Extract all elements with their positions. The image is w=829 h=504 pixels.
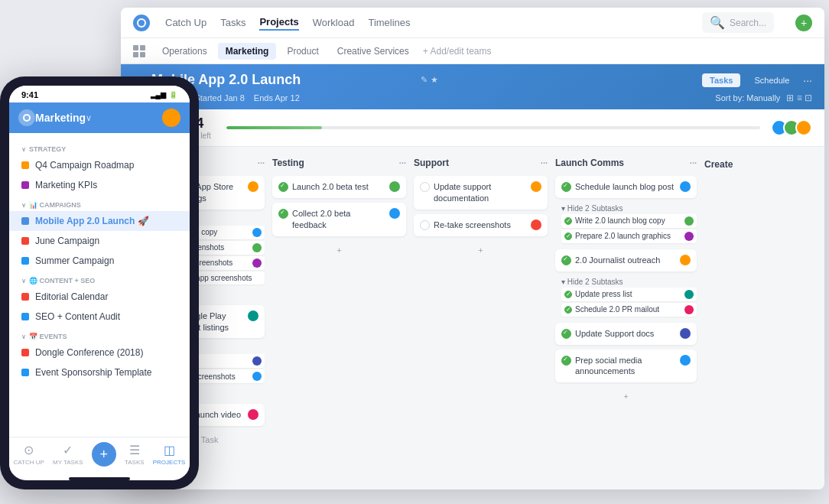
bottom-nav-my-tasks[interactable]: ✓ MY TASKS: [53, 443, 83, 466]
subtask-avatar: [684, 290, 694, 299]
app-logo: [133, 15, 150, 31]
create-column-label[interactable]: Create: [704, 159, 733, 170]
column-options-launch-comms[interactable]: ···: [690, 158, 697, 167]
task-checkbox[interactable]: [278, 182, 288, 192]
nav-timelines[interactable]: Timelines: [368, 15, 410, 30]
nav-projects[interactable]: Projects: [259, 15, 298, 31]
item-color-dot: [21, 181, 29, 189]
subtask-text: Update press list: [575, 290, 632, 298]
sidebar-item-label: Marketing KPIs: [35, 180, 97, 190]
sidebar-item-event-sponsorship[interactable]: Event Sponsorship Template: [9, 363, 190, 382]
bottom-nav-catch-up[interactable]: ⊙ CATCH UP: [14, 443, 44, 466]
task-checkbox[interactable]: [561, 255, 571, 265]
sidebar-item-seo[interactable]: SEO + Content Audit: [9, 307, 190, 327]
item-color-dot: [21, 349, 29, 356]
my-tasks-icon: ✓: [63, 443, 73, 457]
phone-bottom-nav: ⊙ CATCH UP ✓ MY TASKS + ☰ TASKS ◫ PROJEC…: [9, 437, 190, 474]
subtask-avatar: [684, 232, 694, 241]
subtask-text: Prepare 2.0 launch graphics: [575, 232, 671, 240]
task-card[interactable]: Update support documentation: [414, 176, 548, 210]
subtask-item[interactable]: Update press list: [561, 288, 697, 301]
task-avatar: [531, 181, 541, 192]
task-checkbox[interactable]: [420, 220, 430, 230]
sidebar-item-editorial[interactable]: Editorial Calendar: [9, 287, 190, 307]
add-task-button-support[interactable]: +: [414, 241, 548, 259]
task-text: Update support documentation: [434, 181, 527, 204]
bottom-nav-add-button[interactable]: +: [92, 442, 116, 467]
add-task-button-testing[interactable]: +: [272, 241, 406, 259]
task-checkbox[interactable]: [561, 329, 571, 339]
task-avatar: [389, 208, 400, 219]
subtask-toggle[interactable]: ▾ Hide 2 Subtasks: [561, 276, 697, 288]
task-card[interactable]: 2.0 Journalist outreach: [555, 249, 697, 272]
tasks-button[interactable]: Tasks: [702, 73, 740, 87]
subtask-avatar: [684, 305, 694, 314]
task-card[interactable]: Collect 2.0 beta feedback: [272, 203, 406, 236]
sidebar-item-mobile-app[interactable]: Mobile App 2.0 Launch 🚀: [9, 211, 190, 231]
nav-catch-up[interactable]: Catch Up: [165, 15, 206, 30]
task-avatar: [248, 409, 258, 420]
column-options-content[interactable]: ···: [258, 158, 265, 167]
star-icon[interactable]: ★: [431, 75, 438, 85]
subtask-item[interactable]: Schedule 2.0 PR mailout: [561, 303, 697, 317]
subtask-item[interactable]: Prepare 2.0 launch graphics: [561, 229, 697, 243]
wifi-icon: ▂▄▆: [151, 91, 166, 99]
sidebar-item-june-campaign[interactable]: June Campaign: [9, 231, 190, 251]
section-label: 🌐 CONTENT + SEO: [29, 277, 95, 285]
add-edit-teams[interactable]: + Add/edit teams: [423, 46, 492, 57]
phone-status-icons: ▂▄▆ 🔋: [151, 91, 177, 99]
phone-user-avatar: [162, 109, 180, 127]
subtask-toggle[interactable]: ▾ Hide 2 Subtasks: [561, 203, 697, 214]
task-card[interactable]: Update Support docs: [555, 323, 697, 345]
sidebar-item-marketing-kpis[interactable]: Marketing KPIs: [9, 175, 190, 195]
nav-workload[interactable]: Workload: [313, 15, 355, 30]
nav-items: Catch Up Tasks Projects Workload Timelin…: [165, 15, 687, 31]
column-header-testing: Testing ···: [272, 156, 406, 171]
sidebar-item-q4-campaign[interactable]: Q4 Campaign Roadmap: [9, 155, 190, 175]
start-date: Started Jan 8: [194, 93, 244, 102]
sidebar-section-content-seo: ∨ 🌐 CONTENT + SEO: [9, 271, 190, 287]
chevron-icon: ∨: [21, 333, 26, 340]
bottom-nav-projects[interactable]: ◫ PROJECTS: [153, 443, 186, 466]
nav-tasks[interactable]: Tasks: [220, 15, 245, 30]
subtask-item[interactable]: Write 2.0 launch blog copy: [561, 214, 697, 228]
item-color-dot: [21, 237, 29, 245]
tab-creative-services[interactable]: Creative Services: [330, 43, 417, 60]
task-card[interactable]: Schedule launch blog post: [555, 176, 697, 198]
sidebar-item-label: Summer Campaign: [35, 255, 114, 266]
schedule-button[interactable]: Schedule: [746, 73, 797, 87]
subtask-avatar: [252, 372, 262, 381]
edit-icon[interactable]: ✎: [421, 75, 428, 85]
task-card[interactable]: Prep social media announcements: [555, 350, 697, 383]
task-text: Update Support docs: [575, 328, 676, 340]
column-options-support[interactable]: ···: [541, 158, 548, 167]
phone-status-bar: 9:41 ▂▄▆ 🔋: [9, 86, 190, 102]
sidebar-item-summer-campaign[interactable]: Summer Campaign: [9, 251, 190, 271]
projects-icon: ◫: [164, 443, 175, 457]
tab-operations[interactable]: Operations: [154, 43, 215, 60]
sidebar-item-dongle-conf[interactable]: Dongle Conference (2018): [9, 343, 190, 363]
task-avatar: [248, 181, 258, 192]
column-options-testing[interactable]: ···: [399, 158, 406, 167]
sort-button[interactable]: Sort by: Manually: [715, 93, 780, 102]
more-button[interactable]: ···: [803, 74, 812, 86]
phone-sidebar: ∨ STRATEGY Q4 Campaign Roadmap Marketing…: [9, 133, 190, 437]
top-nav: Catch Up Tasks Projects Workload Timelin…: [121, 8, 824, 38]
bottom-nav-tasks[interactable]: ☰ TASKS: [125, 443, 145, 466]
task-card[interactable]: Re-take screenshots: [414, 214, 548, 236]
my-tasks-label: MY TASKS: [53, 459, 83, 466]
global-add-button[interactable]: +: [795, 15, 812, 31]
task-checkbox[interactable]: [561, 356, 571, 366]
projects-label: PROJECTS: [153, 459, 186, 466]
task-checkbox[interactable]: [278, 209, 288, 219]
tab-product[interactable]: Product: [279, 43, 326, 60]
column-testing: Testing ··· Launch 2.0 beta test Collect…: [272, 156, 406, 486]
sidebar-item-label: Mobile App 2.0 Launch 🚀: [35, 216, 149, 226]
section-label: STRATEGY: [29, 145, 66, 153]
task-card[interactable]: Launch 2.0 beta test: [272, 176, 406, 198]
task-checkbox[interactable]: [561, 182, 571, 192]
add-task-button-launch-comms[interactable]: +: [555, 387, 697, 405]
task-checkbox[interactable]: [420, 182, 430, 192]
tab-marketing[interactable]: Marketing: [218, 43, 277, 60]
column-header-support: Support ···: [414, 156, 548, 171]
